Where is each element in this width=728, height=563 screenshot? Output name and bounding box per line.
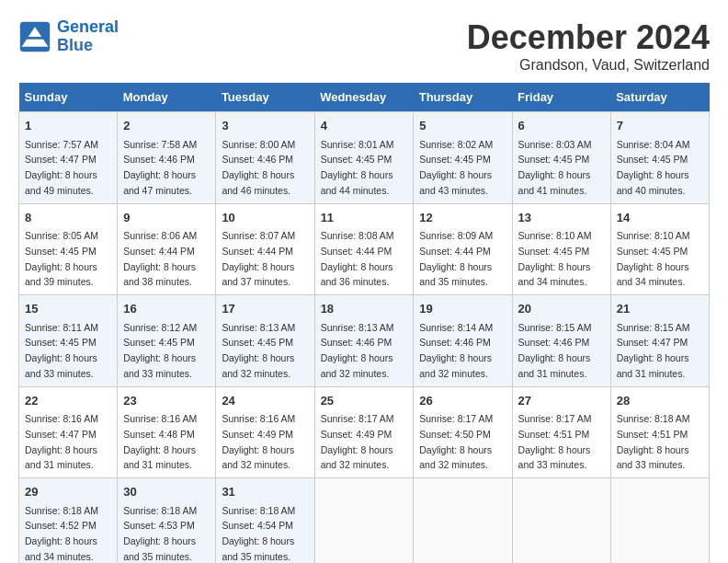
calendar-cell: 26Sunrise: 8:17 AMSunset: 4:50 PMDayligh… (414, 386, 512, 478)
calendar-week-row: 8Sunrise: 8:05 AMSunset: 4:45 PMDaylight… (19, 203, 710, 295)
day-number: 28 (617, 392, 703, 410)
calendar-cell: 31Sunrise: 8:18 AMSunset: 4:54 PMDayligh… (216, 478, 314, 564)
day-detail: Sunrise: 8:14 AMSunset: 4:46 PMDaylight:… (419, 322, 493, 379)
day-detail: Sunrise: 8:02 AMSunset: 4:45 PMDaylight:… (419, 139, 493, 196)
calendar-cell: 2Sunrise: 7:58 AMSunset: 4:46 PMDaylight… (118, 112, 216, 204)
header-saturday: Saturday (610, 83, 709, 112)
day-detail: Sunrise: 8:16 AMSunset: 4:49 PMDaylight:… (222, 413, 295, 470)
calendar-week-row: 22Sunrise: 8:16 AMSunset: 4:47 PMDayligh… (19, 386, 710, 478)
calendar-cell (414, 478, 512, 564)
day-detail: Sunrise: 8:17 AMSunset: 4:50 PMDaylight:… (419, 413, 493, 470)
day-number: 8 (25, 209, 111, 227)
calendar-cell: 6Sunrise: 8:03 AMSunset: 4:45 PMDaylight… (512, 112, 610, 204)
calendar-cell (512, 478, 610, 564)
day-number: 11 (321, 209, 408, 227)
day-detail: Sunrise: 8:06 AMSunset: 4:44 PMDaylight:… (123, 230, 197, 287)
day-number: 5 (419, 117, 506, 135)
calendar-cell: 5Sunrise: 8:02 AMSunset: 4:45 PMDaylight… (414, 112, 512, 204)
day-number: 10 (222, 209, 308, 227)
calendar-week-row: 1Sunrise: 7:57 AMSunset: 4:47 PMDaylight… (19, 112, 710, 204)
calendar-cell: 30Sunrise: 8:18 AMSunset: 4:53 PMDayligh… (118, 478, 216, 564)
day-detail: Sunrise: 8:07 AMSunset: 4:44 PMDaylight:… (222, 230, 295, 287)
calendar-cell: 29Sunrise: 8:18 AMSunset: 4:52 PMDayligh… (19, 478, 118, 564)
day-number: 20 (518, 300, 605, 318)
day-number: 29 (25, 483, 111, 501)
day-detail: Sunrise: 8:03 AMSunset: 4:45 PMDaylight:… (518, 139, 592, 196)
calendar-week-row: 29Sunrise: 8:18 AMSunset: 4:52 PMDayligh… (19, 478, 710, 564)
month-title: December 2024 (467, 18, 710, 57)
calendar-cell: 24Sunrise: 8:16 AMSunset: 4:49 PMDayligh… (216, 386, 314, 478)
day-detail: Sunrise: 8:18 AMSunset: 4:51 PMDaylight:… (617, 413, 690, 470)
calendar-cell: 15Sunrise: 8:11 AMSunset: 4:45 PMDayligh… (19, 295, 118, 387)
day-number: 4 (321, 117, 408, 135)
day-detail: Sunrise: 8:04 AMSunset: 4:45 PMDaylight:… (617, 139, 690, 196)
day-number: 2 (123, 117, 210, 135)
header-friday: Friday (512, 83, 610, 112)
day-number: 6 (518, 117, 605, 135)
logo-line2: Blue (57, 37, 119, 55)
day-detail: Sunrise: 8:15 AMSunset: 4:46 PMDaylight:… (518, 322, 592, 379)
calendar-cell: 20Sunrise: 8:15 AMSunset: 4:46 PMDayligh… (512, 295, 610, 387)
calendar-cell: 8Sunrise: 8:05 AMSunset: 4:45 PMDaylight… (19, 203, 118, 295)
day-number: 30 (123, 483, 210, 501)
calendar-cell: 27Sunrise: 8:17 AMSunset: 4:51 PMDayligh… (512, 386, 610, 478)
calendar-cell: 9Sunrise: 8:06 AMSunset: 4:44 PMDaylight… (118, 203, 216, 295)
day-detail: Sunrise: 8:01 AMSunset: 4:45 PMDaylight:… (321, 139, 394, 196)
day-detail: Sunrise: 8:11 AMSunset: 4:45 PMDaylight:… (25, 322, 98, 379)
header-sunday: Sunday (19, 83, 118, 112)
calendar-cell (314, 478, 414, 564)
logo-text: General Blue (57, 18, 119, 55)
day-number: 19 (419, 300, 506, 318)
calendar-cell: 23Sunrise: 8:16 AMSunset: 4:48 PMDayligh… (118, 386, 216, 478)
title-area: December 2024 Grandson, Vaud, Switzerlan… (467, 18, 710, 74)
calendar-cell: 3Sunrise: 8:00 AMSunset: 4:46 PMDaylight… (216, 112, 314, 204)
calendar-cell: 12Sunrise: 8:09 AMSunset: 4:44 PMDayligh… (414, 203, 512, 295)
day-number: 15 (25, 300, 111, 318)
day-detail: Sunrise: 7:58 AMSunset: 4:46 PMDaylight:… (123, 139, 197, 196)
calendar-cell: 21Sunrise: 8:15 AMSunset: 4:47 PMDayligh… (610, 295, 709, 387)
day-number: 31 (222, 483, 308, 501)
logo: General Blue (18, 18, 119, 55)
calendar-cell: 1Sunrise: 7:57 AMSunset: 4:47 PMDaylight… (19, 112, 118, 204)
day-number: 14 (617, 209, 703, 227)
day-number: 12 (419, 209, 506, 227)
calendar-cell: 11Sunrise: 8:08 AMSunset: 4:44 PMDayligh… (314, 203, 414, 295)
header-monday: Monday (118, 83, 216, 112)
day-number: 18 (321, 300, 408, 318)
calendar-cell: 16Sunrise: 8:12 AMSunset: 4:45 PMDayligh… (118, 295, 216, 387)
logo-icon (18, 20, 51, 53)
day-detail: Sunrise: 8:18 AMSunset: 4:54 PMDaylight:… (222, 505, 295, 562)
calendar-cell: 22Sunrise: 8:16 AMSunset: 4:47 PMDayligh… (19, 386, 118, 478)
day-number: 7 (617, 117, 703, 135)
day-detail: Sunrise: 8:00 AMSunset: 4:46 PMDaylight:… (222, 139, 295, 196)
day-number: 26 (419, 392, 506, 410)
header-tuesday: Tuesday (216, 83, 314, 112)
day-number: 23 (123, 392, 210, 410)
day-number: 27 (518, 392, 605, 410)
logo-line1: General (57, 17, 119, 36)
day-detail: Sunrise: 8:17 AMSunset: 4:51 PMDaylight:… (518, 413, 592, 470)
day-detail: Sunrise: 8:12 AMSunset: 4:45 PMDaylight:… (123, 322, 197, 379)
day-detail: Sunrise: 8:15 AMSunset: 4:47 PMDaylight:… (617, 322, 690, 379)
day-detail: Sunrise: 8:16 AMSunset: 4:47 PMDaylight:… (25, 413, 98, 470)
day-number: 13 (518, 209, 605, 227)
day-number: 21 (617, 300, 703, 318)
header-thursday: Thursday (414, 83, 512, 112)
day-detail: Sunrise: 8:18 AMSunset: 4:53 PMDaylight:… (123, 505, 197, 562)
day-number: 17 (222, 300, 308, 318)
day-number: 16 (123, 300, 210, 318)
calendar-table: SundayMondayTuesdayWednesdayThursdayFrid… (18, 83, 710, 563)
day-number: 24 (222, 392, 308, 410)
day-detail: Sunrise: 8:16 AMSunset: 4:48 PMDaylight:… (123, 413, 197, 470)
header-wednesday: Wednesday (314, 83, 414, 112)
day-detail: Sunrise: 8:10 AMSunset: 4:45 PMDaylight:… (518, 230, 592, 287)
day-detail: Sunrise: 8:13 AMSunset: 4:46 PMDaylight:… (321, 322, 394, 379)
day-number: 25 (321, 392, 408, 410)
day-number: 22 (25, 392, 111, 410)
day-number: 1 (25, 117, 111, 135)
day-detail: Sunrise: 8:13 AMSunset: 4:45 PMDaylight:… (222, 322, 295, 379)
calendar-cell: 13Sunrise: 8:10 AMSunset: 4:45 PMDayligh… (512, 203, 610, 295)
calendar-cell: 19Sunrise: 8:14 AMSunset: 4:46 PMDayligh… (414, 295, 512, 387)
day-detail: Sunrise: 8:08 AMSunset: 4:44 PMDaylight:… (321, 230, 394, 287)
day-detail: Sunrise: 7:57 AMSunset: 4:47 PMDaylight:… (25, 139, 98, 196)
